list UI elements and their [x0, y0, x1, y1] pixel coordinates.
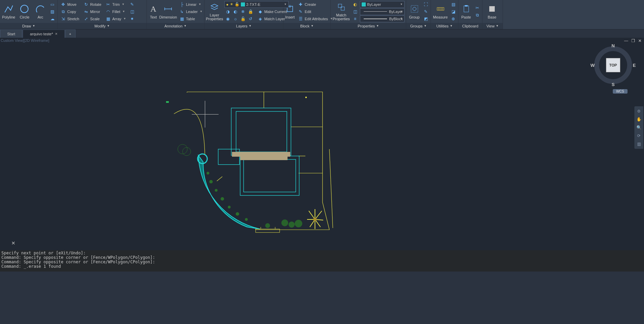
dimension-icon [163, 4, 173, 14]
transparency-icon[interactable]: ◫ [352, 8, 359, 15]
command-window[interactable]: Specify next point or [eXit/Undo]: Comma… [0, 250, 644, 272]
viewcube-n[interactable]: N [611, 43, 614, 48]
panel-view-title[interactable]: View [487, 23, 495, 29]
svg-rect-4 [411, 5, 418, 12]
nav-pan-icon[interactable]: ✋ [635, 116, 642, 123]
base-label: Base [488, 15, 496, 19]
layer-lock2-icon[interactable]: 🔒 [247, 8, 254, 15]
paste-button[interactable]: Paste [460, 1, 472, 22]
polyline-button[interactable]: Polyline [1, 1, 16, 22]
revcloud-icon[interactable]: ☁ [49, 15, 56, 22]
nav-orbit-icon[interactable]: ⟳ [635, 132, 642, 139]
ungroup-icon[interactable]: ⛶ [422, 1, 429, 8]
linear-button[interactable]: ├Linear▼ [178, 1, 204, 8]
copyclip-icon[interactable]: ⧉ [474, 12, 481, 19]
scale-button[interactable]: ⤢Scale [82, 15, 103, 22]
panel-annotation-title[interactable]: Annotation [164, 23, 183, 29]
stretch-button[interactable]: ⇲Stretch [59, 15, 81, 22]
layer-prev-icon[interactable]: ↺ [247, 15, 254, 22]
crosshair-vertical [205, 101, 205, 128]
tab-add[interactable]: + [65, 29, 75, 38]
layer-unl-icon[interactable]: 🔓 [239, 15, 246, 22]
match-properties-button[interactable]: MatchProperties [332, 1, 350, 22]
layer-frz-icon[interactable]: ❄ [239, 8, 246, 15]
offset-icon[interactable]: ◫ [129, 8, 136, 15]
text-label: Text [150, 15, 157, 19]
erase-icon[interactable]: ✎ [129, 1, 136, 8]
move-button[interactable]: ✥Move [59, 1, 81, 8]
viewcube-top-label: TOP [609, 63, 617, 67]
layer-on2-icon[interactable]: ◉ [224, 15, 231, 22]
wcs-indicator[interactable]: WCS [613, 89, 628, 94]
panel-layers-title[interactable]: Layers [236, 23, 247, 29]
listprops-icon[interactable]: ≡ [352, 15, 359, 22]
arc-button[interactable]: Arc [33, 1, 48, 22]
copy-button[interactable]: ⧉Copy [59, 8, 81, 15]
panel-utilities-title[interactable]: Utilities [436, 23, 448, 29]
array-button[interactable]: ▦Array▼ [104, 15, 127, 22]
svg-rect-9 [489, 6, 495, 12]
tab-start[interactable]: Start [0, 29, 22, 38]
crosshair-horizontal [192, 114, 219, 115]
calc-icon[interactable]: ▤ [450, 1, 457, 8]
viewcube-top[interactable]: TOP [606, 58, 620, 72]
rotate-button[interactable]: ↻Rotate [82, 1, 103, 8]
layer-thaw-icon[interactable]: ☼ [232, 15, 239, 22]
trim-button[interactable]: ✂Trim▼ [104, 1, 127, 8]
quick-select-icon[interactable]: ◪ [450, 8, 457, 15]
viewcube-e[interactable]: E [633, 63, 636, 68]
lineweight-combo[interactable]: ByBlock ▼ [360, 15, 405, 22]
panel-properties-title[interactable]: Properties [358, 23, 375, 29]
layer-iso-icon[interactable]: ◐ [232, 8, 239, 15]
match-layer-icon: ◈ [257, 16, 263, 22]
viewcube-s[interactable]: S [612, 82, 615, 87]
base-button[interactable]: Base [484, 1, 500, 22]
edit-icon: ✎ [298, 9, 303, 14]
leader-button[interactable]: ↳Leader▼ [178, 8, 204, 15]
group-edit-icon[interactable]: ✎ [422, 8, 429, 15]
group-sel-icon[interactable]: ◩ [422, 15, 429, 22]
mirror-button[interactable]: ⇋Mirror [82, 8, 103, 15]
nav-show-icon[interactable]: ▥ [635, 141, 642, 147]
nav-wheel-icon[interactable]: ⊚ [635, 108, 642, 115]
match-layer-button[interactable]: ◈Match Layer [256, 15, 286, 22]
paste-icon [461, 4, 471, 14]
group-button[interactable]: Group [408, 1, 421, 22]
layer-properties-button[interactable]: LayerProperties [206, 1, 223, 22]
panel-groups-title[interactable]: Groups [410, 23, 423, 29]
nav-zoom-icon[interactable]: 🔍 [635, 124, 642, 131]
hatch-icon[interactable]: ▨ [49, 8, 56, 15]
table-button[interactable]: ▦Table [178, 15, 204, 22]
explode-icon[interactable]: ✷ [129, 15, 136, 22]
dimension-button[interactable]: Dimension [160, 1, 176, 22]
tab-file[interactable]: arquivo teste* × [23, 29, 65, 38]
scale-label: Scale [90, 17, 100, 21]
text-button[interactable]: A Text [148, 1, 159, 22]
panel-modify-title[interactable]: Modify [94, 23, 105, 29]
fillet-button[interactable]: ◠Fillet▼ [104, 8, 127, 15]
layer-off-icon[interactable]: ◑ [224, 8, 231, 15]
viewcube[interactable]: N S E W TOP [593, 45, 634, 86]
color-combo[interactable]: ByLayer ▼ [360, 1, 405, 8]
edit-attributes-button[interactable]: ☰Edit Attributes▼ [296, 15, 334, 22]
edit-button[interactable]: ✎Edit [296, 8, 334, 15]
viewcube-w[interactable]: W [590, 63, 595, 68]
svg-line-15 [329, 149, 333, 228]
id-point-icon[interactable]: ⊕ [450, 15, 457, 22]
cut-icon[interactable]: ✂ [474, 4, 481, 11]
dynamic-input-close-icon[interactable]: ✕ [10, 240, 16, 246]
leader-label: Leader [186, 10, 198, 14]
trim-label: Trim [112, 2, 120, 7]
create-button[interactable]: ✚Create [296, 1, 334, 8]
circle-button[interactable]: Circle [17, 1, 32, 22]
panel-block-title[interactable]: Block [300, 23, 309, 29]
tab-close-icon[interactable]: × [55, 30, 58, 38]
linetype-combo[interactable]: ByLayer ▼ [360, 8, 405, 15]
drawing-canvas[interactable]: Custom View][2D Wireframe] — ❐ ✕ [0, 38, 644, 250]
tab-start-label: Start [7, 30, 15, 38]
rectangle-icon[interactable]: ▭ [49, 1, 56, 8]
layer-combo[interactable]: ● ☀ 🔓 2-TXT-E ▼ [224, 1, 289, 8]
panel-draw-title[interactable]: Draw [22, 23, 31, 29]
bycolor-icon[interactable]: ◐ [352, 1, 359, 8]
measure-button[interactable]: Measure [432, 1, 448, 22]
